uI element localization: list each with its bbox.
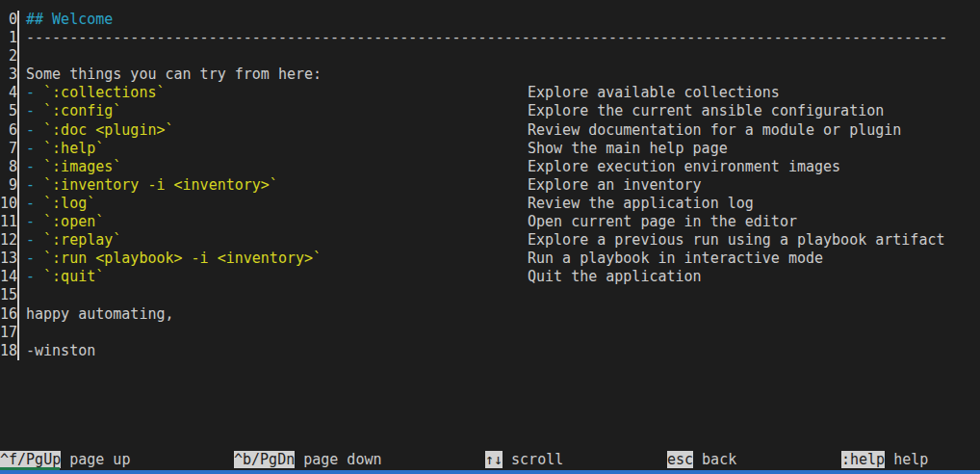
command-token: `:open` xyxy=(43,213,104,230)
gutter-divider xyxy=(17,324,19,342)
list-bullet: - xyxy=(26,250,35,267)
line-content: - `:run <playbook> -i <inventory>`Run a … xyxy=(26,250,980,268)
line-number: 9 xyxy=(0,176,17,195)
gutter-divider xyxy=(17,29,19,47)
line-content: - `:images`Explore execution environment… xyxy=(26,158,980,176)
command-description: Explore available collections xyxy=(528,84,780,102)
buffer-line: 12- `:replay`Explore a previous run usin… xyxy=(0,231,980,250)
key-label: page up xyxy=(69,451,130,468)
command-token: `:collections` xyxy=(43,84,165,101)
gutter-divider xyxy=(17,84,19,102)
buffer-line: 16happy automating, xyxy=(0,305,980,324)
buffer-line: 0## Welcome xyxy=(0,11,980,29)
key-badge: ^b/PgDn xyxy=(234,451,295,468)
line-number: 1 xyxy=(0,29,17,47)
buffer-line: 10- `:log`Review the application log xyxy=(0,195,980,213)
command-token: `:help` xyxy=(43,140,104,157)
buffer-line: 2 xyxy=(0,47,980,66)
gutter-divider xyxy=(17,286,19,304)
buffer: 0## Welcome1----------------------------… xyxy=(0,11,980,360)
line-number: 0 xyxy=(0,11,17,29)
command-description: Review the application log xyxy=(528,195,754,213)
line-number: 10 xyxy=(0,195,17,213)
command-token: `:log` xyxy=(43,195,95,212)
line-content xyxy=(26,324,980,342)
buffer-line: 14- `:quit`Quit the application xyxy=(0,268,980,286)
list-bullet: - xyxy=(26,195,35,212)
gutter-divider xyxy=(17,176,19,195)
gutter-divider xyxy=(17,102,19,120)
list-bullet: - xyxy=(26,176,35,194)
buffer-line: 6- `:doc <plugin>`Review documentation f… xyxy=(0,121,980,140)
list-bullet: - xyxy=(26,102,35,119)
line-content: Some things you can try from here: xyxy=(26,66,980,84)
buffer-line: 9- `:inventory -i <inventory>`Explore an… xyxy=(0,176,980,195)
gutter-divider xyxy=(17,158,19,176)
line-number: 8 xyxy=(0,158,17,176)
key-badge: esc xyxy=(667,451,693,468)
line-content: - `:config`Explore the current ansible c… xyxy=(26,102,980,120)
line-number: 13 xyxy=(0,250,17,268)
gutter-divider xyxy=(17,66,19,84)
text-line: -winston xyxy=(26,342,95,359)
list-bullet: - xyxy=(26,121,35,139)
keybar-hint-page-down: ^b/PgDnpage down xyxy=(234,452,382,468)
buffer-line: 3Some things you can try from here: xyxy=(0,66,980,84)
key-label: help xyxy=(893,451,928,468)
command-description: Quit the application xyxy=(528,268,702,286)
gutter-divider xyxy=(17,250,19,268)
gutter-divider xyxy=(17,213,19,231)
buffer-line: 1---------------------------------------… xyxy=(0,29,980,47)
terminal-window[interactable]: 0## Welcome1----------------------------… xyxy=(0,0,980,474)
buffer-line: 7- `:help`Show the main help page xyxy=(0,140,980,158)
gutter-divider xyxy=(17,305,19,324)
line-content xyxy=(26,286,980,304)
command-token: `:replay` xyxy=(43,231,121,249)
line-number: 15 xyxy=(0,286,17,304)
list-bullet: - xyxy=(26,213,35,230)
key-label: scroll xyxy=(511,451,563,468)
command-description: Explore a previous run using a playbook … xyxy=(528,231,944,250)
list-bullet: - xyxy=(26,231,35,249)
command-token: `:inventory -i <inventory>` xyxy=(43,176,278,194)
command-description: Run a playbook in interactive mode xyxy=(528,250,823,268)
line-number: 14 xyxy=(0,268,17,286)
line-number: 5 xyxy=(0,102,17,120)
line-content: -winston xyxy=(26,342,980,360)
line-number: 7 xyxy=(0,140,17,158)
gutter-divider xyxy=(17,195,19,213)
line-content xyxy=(26,47,980,66)
line-number: 17 xyxy=(0,324,17,342)
line-content: - `:collections`Explore available collec… xyxy=(26,84,980,102)
line-content: ----------------------------------------… xyxy=(26,29,980,47)
line-content: happy automating, xyxy=(26,305,980,324)
list-bullet: - xyxy=(26,268,35,285)
buffer-line: 11- `:open`Open current page in the edit… xyxy=(0,213,980,231)
text-line: Some things you can try from here: xyxy=(26,66,322,83)
command-token: `:doc <plugin>` xyxy=(43,121,173,139)
command-token: `:quit` xyxy=(43,268,104,285)
gutter-divider xyxy=(17,140,19,158)
line-number: 11 xyxy=(0,213,17,231)
line-number: 4 xyxy=(0,84,17,102)
line-content: - `:open`Open current page in the editor xyxy=(26,213,980,231)
list-bullet: - xyxy=(26,158,35,175)
line-number: 16 xyxy=(0,305,17,324)
buffer-line: 13- `:run <playbook> -i <inventory>`Run … xyxy=(0,250,980,268)
line-number: 12 xyxy=(0,231,17,250)
key-label: page down xyxy=(303,451,381,468)
horizontal-rule: ----------------------------------------… xyxy=(26,29,947,46)
key-badge: ^f/PgUp xyxy=(0,451,61,468)
gutter-divider xyxy=(17,342,19,360)
key-badge: :help xyxy=(841,451,885,468)
keybar-hint-page-up: ^f/PgUppage up xyxy=(0,452,130,468)
list-bullet: - xyxy=(26,84,35,101)
command-token: `:images` xyxy=(43,158,121,175)
buffer-line: 17 xyxy=(0,324,980,342)
line-number: 2 xyxy=(0,47,17,66)
line-content: - `:quit`Quit the application xyxy=(26,268,980,286)
gutter-divider xyxy=(17,47,19,66)
buffer-line: 5- `:config`Explore the current ansible … xyxy=(0,102,980,120)
gutter-divider xyxy=(17,11,19,29)
line-content: - `:replay`Explore a previous run using … xyxy=(26,231,980,250)
